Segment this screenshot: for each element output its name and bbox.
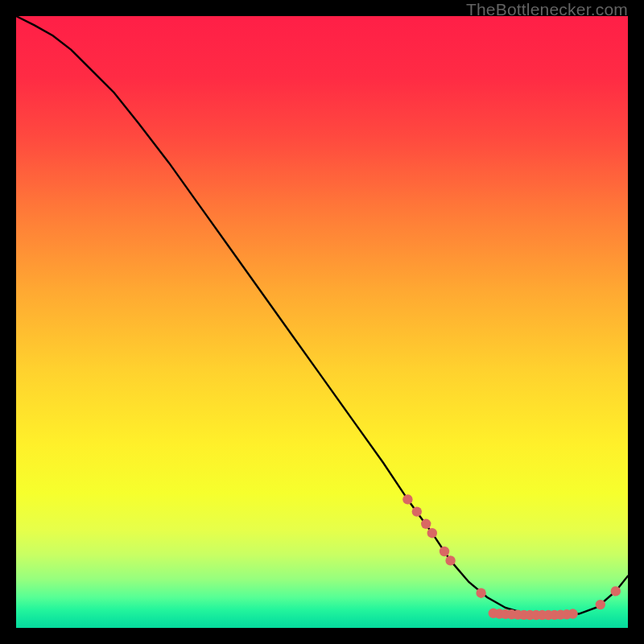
curve-marker: [421, 519, 431, 529]
curve-marker: [568, 609, 577, 618]
curve-marker: [412, 506, 422, 516]
curve-layer: [16, 16, 628, 628]
plot-area: [16, 16, 628, 628]
watermark-link[interactable]: TheBottlenecker.com: [466, 0, 628, 19]
curve-marker: [445, 555, 455, 565]
curve-marker: [596, 600, 605, 609]
curve-marker: [476, 588, 485, 597]
curve-marker: [427, 528, 437, 538]
curve-markers: [402, 494, 621, 620]
curve-marker: [611, 586, 621, 596]
curve-marker: [402, 494, 412, 504]
bottleneck-curve: [16, 16, 628, 615]
watermark[interactable]: TheBottlenecker.com: [466, 0, 628, 19]
chart-stage: TheBottlenecker.com: [0, 0, 644, 644]
curve-marker: [440, 547, 449, 556]
